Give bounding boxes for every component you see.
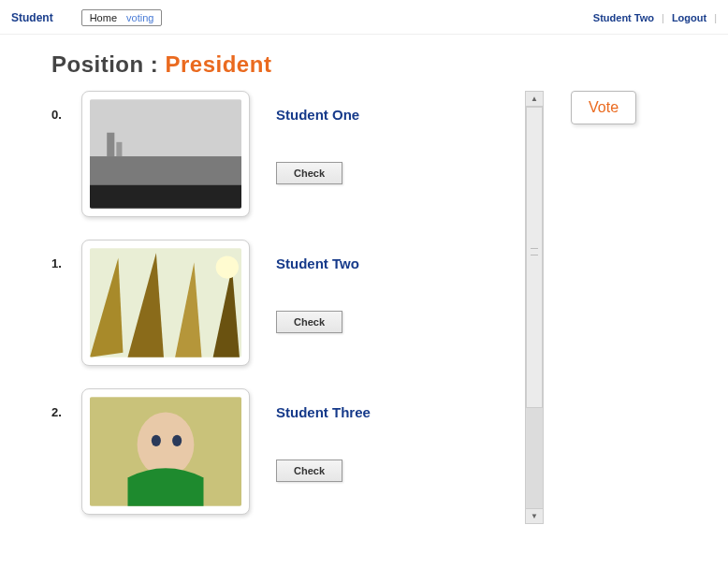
topbar-left: Student Home voting: [11, 9, 162, 26]
check-button[interactable]: Check: [276, 162, 342, 184]
candidate-name: Student Two: [276, 255, 359, 273]
scroll-thumb[interactable]: [526, 107, 543, 408]
candidate-row: 0. Student One Check: [51, 91, 519, 217]
candidate-name: Student Three: [276, 403, 371, 422]
breadcrumb-home[interactable]: Home: [90, 12, 117, 23]
vote-area: Vote: [571, 91, 636, 124]
scroll-down-icon[interactable]: ▼: [526, 508, 543, 523]
svg-point-10: [172, 435, 182, 446]
svg-rect-1: [90, 156, 241, 184]
divider: |: [714, 12, 717, 23]
check-button[interactable]: Check: [276, 311, 342, 333]
title-value: President: [166, 51, 272, 77]
logout-link[interactable]: Logout: [672, 12, 706, 23]
candidate-info: Student One Check: [250, 91, 359, 184]
topbar: Student Home voting Student Two | Logout…: [0, 0, 728, 35]
topbar-right: Student Two | Logout |: [593, 12, 717, 23]
candidate-row: 2. Student Three Check: [51, 388, 519, 515]
scrollbar[interactable]: ▲ ▼: [525, 91, 544, 524]
svg-point-8: [138, 412, 195, 476]
candidate-info: Student Two Check: [250, 240, 359, 333]
vote-button[interactable]: Vote: [571, 91, 636, 124]
candidate-row: 1. Student Two Check: [51, 240, 519, 366]
page-title: Position : President: [0, 35, 728, 91]
svg-rect-3: [107, 133, 114, 156]
candidate-image: [81, 388, 250, 515]
candidate-info: Student Three Check: [250, 388, 371, 482]
candidate-index: 0.: [51, 91, 81, 122]
title-label: Position :: [51, 51, 166, 77]
svg-rect-4: [116, 142, 122, 156]
candidate-image: [81, 240, 250, 366]
user-link[interactable]: Student Two: [593, 12, 654, 23]
photo-placeholder: [90, 99, 241, 209]
breadcrumb-current[interactable]: voting: [126, 12, 153, 23]
candidate-name: Student One: [276, 106, 359, 124]
divider: |: [662, 12, 664, 23]
check-button[interactable]: Check: [276, 460, 342, 482]
candidate-index: 2.: [51, 388, 81, 419]
svg-rect-2: [90, 184, 241, 208]
svg-point-6: [216, 255, 239, 278]
svg-point-9: [152, 435, 161, 446]
brand-link[interactable]: Student: [11, 11, 53, 24]
candidate-image: [81, 91, 250, 217]
candidate-index: 1.: [51, 240, 81, 270]
content: 0. Student One Check 1.: [0, 91, 728, 515]
photo-placeholder: [90, 397, 241, 506]
scroll-up-icon[interactable]: ▲: [526, 92, 543, 107]
photo-placeholder: [90, 248, 241, 357]
breadcrumb: Home voting: [81, 9, 163, 26]
candidates-list: 0. Student One Check 1.: [51, 91, 519, 515]
scroll-track[interactable]: [526, 107, 543, 508]
scroll-grip-icon: [531, 248, 538, 255]
